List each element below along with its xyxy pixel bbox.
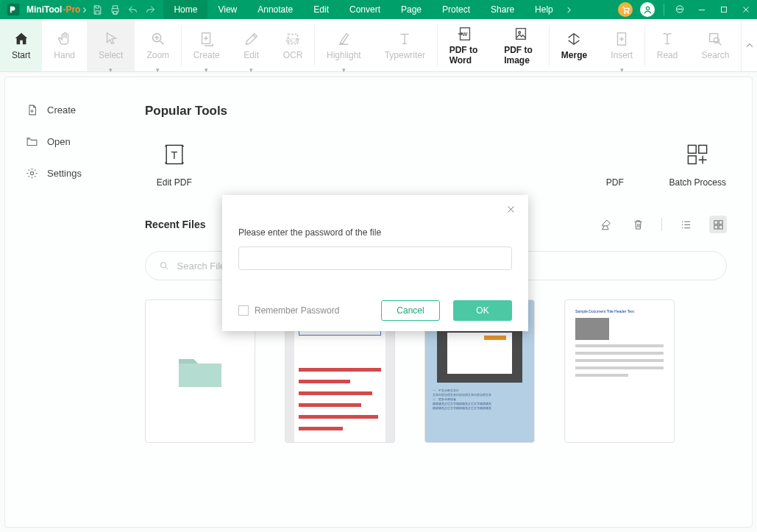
feedback-button[interactable] (669, 0, 691, 19)
cancel-button[interactable]: Cancel (381, 300, 440, 321)
recent-list-view-button[interactable] (677, 216, 694, 233)
side-nav: Create Open Settings (5, 77, 145, 527)
ribbon-merge[interactable]: Merge (550, 19, 599, 71)
minimize-button[interactable] (691, 0, 713, 19)
password-dialog: Please enter the password of the file Re… (222, 195, 528, 331)
ribbon-hand[interactable]: Hand (42, 19, 87, 71)
ribbon-pdf-to-image-label: PDF to Image (504, 45, 537, 65)
folder-large-icon (176, 353, 224, 390)
shop-button[interactable] (614, 0, 636, 19)
close-icon (741, 4, 751, 15)
ribbon-insert[interactable]: Insert ▾ (599, 19, 644, 71)
ribbon-select[interactable]: Select ▾ (87, 19, 135, 71)
menu-more-button[interactable] (564, 0, 575, 19)
tool-batch-process[interactable]: Batch Process (669, 139, 728, 188)
tool-edit-pdf[interactable]: T Edit PDF (145, 139, 204, 188)
tool-compress-pdf[interactable]: PDF (569, 139, 628, 188)
menu-convert[interactable]: Convert (339, 0, 391, 19)
print-icon (110, 4, 121, 15)
menu-share[interactable]: Share (480, 0, 525, 19)
svg-point-20 (30, 171, 33, 174)
ribbon-search[interactable]: Search (689, 19, 741, 71)
ribbon-insert-label: Insert (611, 50, 633, 60)
maximize-icon (719, 4, 729, 15)
tool-compress-pdf-label: PDF (606, 177, 624, 188)
title-bar: MiniTool -Pro › Home View Annotate Edit … (0, 0, 757, 19)
ribbon-edit-label: Edit (244, 50, 259, 60)
ribbon-typewriter-label: Typewriter (385, 50, 425, 60)
chevron-up-icon (744, 40, 755, 51)
user-icon (643, 5, 653, 15)
menu-help[interactable]: Help (525, 0, 564, 19)
svg-text:T: T (171, 149, 177, 161)
ribbon-typewriter[interactable]: Typewriter (373, 19, 437, 71)
svg-point-30 (160, 262, 166, 267)
ribbon-read-label: Read (657, 50, 678, 60)
side-settings[interactable]: Settings (26, 167, 145, 180)
recent-clear-button[interactable] (597, 216, 614, 233)
ribbon-highlight[interactable]: Highlight ▾ (315, 19, 373, 71)
menu-home[interactable]: Home (163, 0, 207, 19)
titlebar-sep: › (80, 3, 88, 16)
maximize-button[interactable] (713, 0, 735, 19)
menu-page[interactable]: Page (391, 0, 432, 19)
ribbon-create[interactable]: Create ▾ (182, 19, 232, 71)
svg-rect-23 (689, 145, 697, 153)
side-create[interactable]: Create (26, 104, 145, 116)
tool-edit-pdf-label: Edit PDF (157, 177, 192, 188)
app-logo (0, 2, 26, 17)
svg-rect-26 (714, 220, 717, 224)
ribbon-pdf-to-image[interactable]: PDF to Image (492, 19, 549, 71)
highlight-icon (335, 31, 352, 47)
remember-password-checkbox[interactable]: Remember Password (238, 305, 339, 316)
menu-edit[interactable]: Edit (303, 0, 339, 19)
side-open[interactable]: Open (26, 135, 145, 148)
edit-icon (244, 31, 260, 47)
new-file-icon (26, 104, 38, 116)
ribbon-start-label: Start (12, 50, 30, 60)
menu-view[interactable]: View (207, 0, 247, 19)
titlebar-sep2 (658, 0, 669, 19)
quick-print-button[interactable] (106, 0, 124, 19)
app-name: MiniTool (26, 4, 62, 15)
close-button[interactable] (735, 0, 757, 19)
ribbon-toolbar: Start Hand Select ▾ Zoom ▾ Create ▾ Edit… (0, 19, 757, 72)
undo-icon (127, 4, 138, 15)
ok-button[interactable]: OK (453, 300, 512, 321)
ribbon-edit[interactable]: Edit ▾ (232, 19, 271, 71)
checkbox-icon (238, 305, 249, 316)
svg-rect-24 (699, 145, 707, 153)
ribbon-read[interactable]: Read (645, 19, 690, 71)
recent-divider (661, 218, 662, 231)
recent-files-title: Recent Files (145, 219, 205, 230)
ribbon-highlight-label: Highlight (327, 50, 361, 60)
ribbon-zoom-label: Zoom (146, 50, 169, 60)
svg-text:OCR: OCR (286, 37, 299, 43)
ribbon-pdf-to-word-label: PDF to Word (449, 45, 481, 65)
menu-bar: Home View Annotate Edit Convert Page Pro… (163, 0, 575, 19)
quick-undo-button[interactable] (124, 0, 141, 19)
ribbon-collapse-button[interactable] (741, 19, 757, 71)
redo-icon (145, 4, 156, 15)
ribbon-pdf-to-word[interactable]: W PDF to Word (438, 19, 493, 71)
recent-thumb-4[interactable]: Sample Document Title Header Text (564, 299, 675, 443)
ribbon-hand-label: Hand (54, 50, 75, 60)
recent-grid-view-button[interactable] (709, 216, 727, 233)
quick-redo-button[interactable] (141, 0, 159, 19)
dialog-prompt: Please enter the password of the file (238, 227, 381, 238)
ribbon-start[interactable]: Start (0, 19, 42, 71)
insert-icon (614, 31, 630, 47)
password-input[interactable] (238, 247, 512, 270)
account-button[interactable] (636, 0, 658, 19)
popular-tools-title: Popular Tools (145, 104, 727, 118)
quick-save-button[interactable] (88, 0, 106, 19)
dialog-close-button[interactable] (506, 204, 518, 216)
menu-annotate[interactable]: Annotate (247, 0, 303, 19)
save-icon (92, 4, 103, 15)
hand-icon (57, 31, 73, 47)
ribbon-zoom[interactable]: Zoom ▾ (135, 19, 181, 71)
cart-icon (621, 5, 630, 15)
ribbon-ocr[interactable]: OCR OCR (271, 19, 315, 71)
menu-protect[interactable]: Protect (432, 0, 480, 19)
recent-delete-button[interactable] (629, 216, 647, 233)
